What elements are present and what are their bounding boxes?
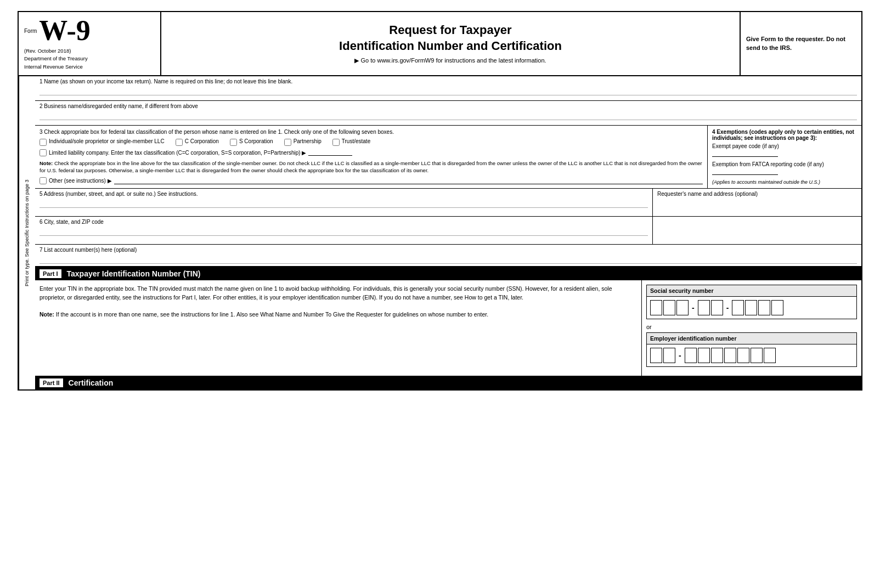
cb-individual: Individual/sole proprietor or single-mem… (40, 138, 165, 146)
form-label: Form (24, 28, 37, 34)
line5-row: 5 Address (number, street, and apt. or s… (35, 189, 861, 217)
other-input-field[interactable] (114, 178, 703, 184)
line5-input[interactable] (40, 198, 648, 208)
part1-header: Part I Taxpayer Identification Number (T… (35, 267, 861, 280)
ssn-cell-3[interactable] (676, 300, 689, 315)
fatca-label: Exemption from FATCA reporting code (if … (712, 161, 857, 167)
exempt-payee-label: Exempt payee code (if any) (712, 143, 857, 149)
ssn-group3 (732, 300, 783, 315)
ssn-label: Social security number (647, 285, 856, 297)
ssn-group1 (650, 300, 689, 315)
header-right: Give Form to the requester. Do not send … (741, 12, 861, 75)
line5-label: 5 Address (number, street, and apt. or s… (40, 191, 648, 197)
ssn-dash2: - (725, 303, 730, 312)
irs: Internal Revenue Service (24, 63, 155, 71)
main-title: Request for Taxpayer Identification Numb… (339, 22, 562, 54)
cb-c-corp-label: C Corporation (185, 138, 219, 144)
cb-trust-label: Trust/estate (342, 138, 370, 144)
ein-cell-7[interactable] (737, 348, 749, 363)
header-left: Form W-9 (Rev. October 2018) Department … (19, 12, 161, 75)
part1-note-bold: Note: (40, 311, 54, 318)
ein-group2 (685, 348, 776, 363)
ein-cell-2[interactable] (663, 348, 675, 363)
line1-input[interactable] (40, 86, 857, 95)
cb-partnership-input[interactable] (284, 139, 291, 146)
cb-individual-input[interactable] (40, 139, 47, 146)
ssn-cell-4[interactable] (698, 300, 710, 315)
exempt-payee-input[interactable] (712, 150, 778, 157)
llc-label: Limited liability company. Enter the tax… (49, 150, 306, 156)
w9-form: Form W-9 (Rev. October 2018) Department … (18, 11, 862, 391)
cb-s-corp: S Corporation (230, 138, 273, 146)
requester-label: Requester's name and address (optional) (657, 191, 857, 197)
cb-s-corp-input[interactable] (230, 139, 237, 146)
line7-input[interactable] (40, 254, 857, 264)
line2-label: 2 Business name/disregarded entity name,… (40, 103, 857, 109)
header-sub: (Rev. October 2018) Department of the Tr… (24, 47, 155, 71)
ssn-cell-6[interactable] (732, 300, 744, 315)
checkboxes-row: Individual/sole proprietor or single-mem… (40, 138, 703, 146)
header-center: Request for Taxpayer Identification Numb… (161, 12, 741, 75)
ssn-cell-7[interactable] (745, 300, 757, 315)
note-body: Check the appropriate box in the line ab… (40, 160, 702, 173)
part1-note: Note: If the account is in more than one… (40, 310, 637, 319)
form-header: Form W-9 (Rev. October 2018) Department … (19, 12, 861, 76)
cb-partnership-label: Partnership (294, 138, 321, 144)
ein-cell-1[interactable] (650, 348, 662, 363)
ssn-cell-5[interactable] (711, 300, 723, 315)
goto-text: ▶ Go to www.irs.gov/FormW9 for instructi… (354, 57, 546, 64)
other-row: Other (see instructions) ▶ (40, 177, 703, 184)
ein-label: Employer identification number (647, 333, 856, 344)
form-body: Print or type. See Specific Instructions… (19, 76, 861, 389)
ein-cell-8[interactable] (751, 348, 763, 363)
llc-classification-input[interactable] (308, 149, 352, 156)
part1-body: Enter your TIN in the appropriate box. T… (35, 280, 861, 376)
line2-input[interactable] (40, 110, 857, 120)
part1-left: Enter your TIN in the appropriate box. T… (35, 280, 642, 376)
part2-title: Certification (69, 378, 114, 387)
ssn-body: - - (647, 297, 856, 319)
llc-row: Limited liability company. Enter the tax… (40, 149, 703, 156)
part1-note-text: If the account is in more than one name,… (56, 311, 488, 318)
ein-dash: - (678, 351, 682, 360)
ssn-dash1: - (691, 303, 696, 312)
note-bold: Note: (40, 160, 53, 166)
row3-title: 3 Check appropriate box for federal tax … (40, 129, 703, 135)
ssn-cell-1[interactable] (650, 300, 662, 315)
cb-llc-input[interactable] (40, 149, 47, 156)
part2-badge: Part II (40, 378, 63, 387)
line1-row: 1 Name (as shown on your income tax retu… (35, 76, 861, 101)
cb-other-input[interactable] (40, 177, 47, 184)
ssn-cell-9[interactable] (771, 300, 783, 315)
ssn-box: Social security number - (646, 285, 857, 319)
requester-box: Requester's name and address (optional) (653, 189, 861, 216)
line6-input[interactable] (40, 226, 648, 236)
line5-left: 5 Address (number, street, and apt. or s… (35, 189, 653, 216)
ein-cell-4[interactable] (698, 348, 710, 363)
ein-body: - (647, 344, 856, 366)
cb-trust: Trust/estate (332, 138, 370, 146)
line6-label: 6 City, state, and ZIP code (40, 219, 648, 225)
line2-row: 2 Business name/disregarded entity name,… (35, 101, 861, 126)
exemptions-title: 4 Exemptions (codes apply only to certai… (712, 129, 857, 141)
cb-c-corp-input[interactable] (176, 139, 183, 146)
note-text: Note: Check the appropriate box in the l… (40, 160, 703, 174)
ein-group1 (650, 348, 675, 363)
line1-label: 1 Name (as shown on your income tax retu… (40, 78, 857, 84)
ssn-cell-2[interactable] (663, 300, 675, 315)
w9-number: W-9 (39, 16, 90, 45)
ssn-cell-8[interactable] (758, 300, 770, 315)
rev-date: (Rev. October 2018) (24, 47, 155, 55)
ein-cell-6[interactable] (724, 348, 736, 363)
ein-cell-3[interactable] (685, 348, 697, 363)
form-title-block: Form W-9 (24, 16, 155, 45)
cb-trust-input[interactable] (332, 139, 340, 146)
fatca-input[interactable] (712, 168, 778, 175)
part1-title: Taxpayer Identification Number (TIN) (67, 269, 201, 278)
part1-right: Social security number - (642, 280, 861, 376)
ein-cell-9[interactable] (764, 348, 776, 363)
requester-box-continued (653, 217, 861, 244)
part2-header: Part II Certification (35, 376, 861, 389)
fatca-applies: (Applies to accounts maintained outside … (712, 179, 857, 185)
ein-cell-5[interactable] (711, 348, 723, 363)
